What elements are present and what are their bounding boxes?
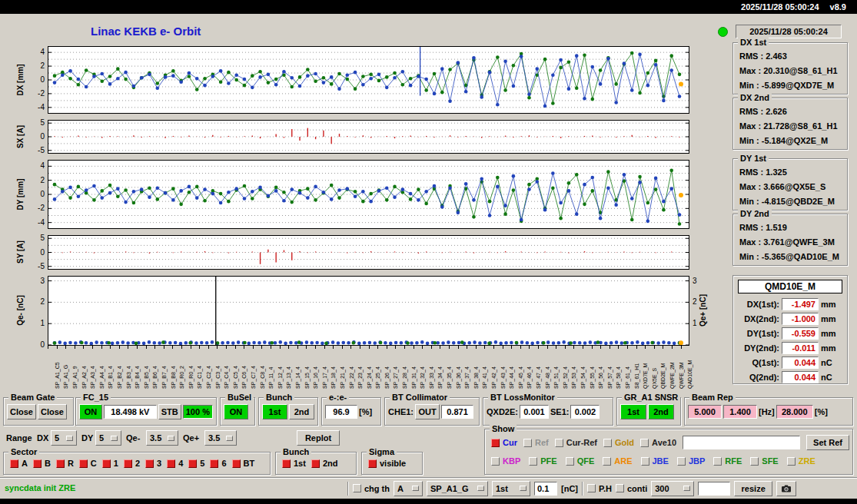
ph-checkbox[interactable]: P.H [587, 484, 612, 493]
fc15-stb-button[interactable]: STB [158, 404, 181, 419]
bunch-2nd-button[interactable]: 2nd [289, 404, 314, 419]
camera-button[interactable] [776, 481, 796, 496]
show-checkbox-cur[interactable]: Cur [491, 438, 517, 447]
sector-checkbox-6[interactable]: 6 [210, 459, 226, 468]
show-group: Show CurRefCur-RefGoldAve10 Set Ref KBPP… [484, 429, 853, 475]
checkbox-indicator [587, 484, 596, 492]
show-checkbox-cur-ref[interactable]: Cur-Ref [555, 438, 597, 447]
show-checkbox-ave10[interactable]: Ave10 [640, 438, 676, 447]
monitor-row-value: -0.011 [782, 342, 819, 354]
show-checkbox-jbe[interactable]: JBE [641, 456, 669, 466]
bunch-1st-button[interactable]: 1st [262, 404, 287, 419]
bpm-x-label: SP_C2_4 [206, 366, 211, 389]
range-qep-select[interactable]: 3.5 [204, 430, 237, 446]
bpm-x-label: SP_B2_4 [117, 366, 122, 389]
busel-group: BuSel ON [220, 397, 255, 426]
plot-dx[interactable] [48, 46, 689, 114]
busel-on-button[interactable]: ON [224, 404, 248, 419]
show-checkbox-gold[interactable]: Gold [603, 438, 634, 447]
sector-checkbox-a[interactable]: A [10, 459, 28, 468]
sector-checkbox-b[interactable]: B [33, 459, 51, 468]
che1-readout: 0.871 [441, 405, 473, 419]
conti-checkbox[interactable]: conti [616, 484, 647, 493]
sector-checkbox-3[interactable]: 3 [145, 459, 161, 468]
resize-button[interactable]: resize [734, 481, 772, 496]
plot-sy[interactable] [48, 235, 689, 270]
replot-button[interactable]: Replot [297, 430, 340, 446]
range-qem-select[interactable]: 3.5 [146, 430, 178, 446]
q-axis-tick: 0 [28, 341, 45, 349]
sector-checkbox-1[interactable]: 1 [102, 459, 118, 468]
bpm-x-label: SP_R0_4 [188, 366, 194, 389]
monitor-row: DY(2nd):-0.011mm [735, 340, 845, 355]
bpm-x-label: SP_61_4 [625, 366, 630, 389]
monitor-readouts: DX(1st):-1.497mmDX(2nd):-1.000mmDY(1st):… [735, 297, 845, 382]
bpm-x-label: SP_54_4 [580, 366, 586, 389]
busel-group-label: BuSel [225, 393, 254, 402]
checkbox-label: RFE [725, 456, 742, 466]
bpm-x-label: SP_44_4 [509, 366, 514, 389]
bpm-x-label: QXD7E_M [643, 363, 648, 389]
monitor-title[interactable]: QMD10E_M [738, 280, 842, 293]
bpm-x-label: SP_R0_2 [179, 366, 184, 389]
gr-snsr-1st-button[interactable]: 1st [620, 404, 646, 419]
plot-q[interactable] [48, 276, 689, 346]
bunch-checkbox-2nd[interactable]: 2nd [311, 459, 338, 468]
che1-out-button[interactable]: OUT [415, 404, 440, 419]
extra-input[interactable] [698, 482, 730, 496]
show-checkbox-kbp[interactable]: KBP [491, 456, 520, 466]
gr-snsr-2nd-button[interactable]: 2nd [648, 404, 674, 419]
bunch-order-select[interactable]: 1st [492, 481, 530, 496]
range-dy-select[interactable]: 5 [95, 430, 121, 446]
sector-checkbox-c[interactable]: C [79, 459, 97, 468]
chg-th-checkbox[interactable]: chg th [353, 484, 390, 493]
kekb-orbit-window: 2025/11/28 05:00:24 v8.9 Linac KEKB e- O… [0, 0, 857, 504]
interval-select[interactable]: 300 [651, 481, 694, 496]
show-checkbox-rfe[interactable]: RFE [713, 456, 742, 466]
bunch-checkbox-1st[interactable]: 1st [282, 459, 306, 468]
interval-value: 300 [655, 484, 669, 493]
sector-checkbox-2[interactable]: 2 [124, 459, 140, 468]
sector-checkbox-bt[interactable]: BT [232, 459, 255, 468]
threshold-input[interactable] [534, 482, 557, 496]
show-checkbox-pfe[interactable]: PFE [529, 456, 556, 466]
stats-group-title: DY 2nd [738, 209, 772, 218]
show-row-2: KBPPFEQFEAREJBEJBPRFESFEZRE [491, 456, 849, 466]
threshold-unit: [nC] [561, 484, 578, 493]
range-dx-select[interactable]: 5 [51, 430, 77, 446]
show-checkbox-zre[interactable]: ZRE [787, 456, 815, 466]
show-checkbox-are[interactable]: ARE [603, 456, 632, 466]
beam-gate-close-button-2[interactable]: Close [38, 404, 67, 419]
show-checkbox-sfe[interactable]: SFE [750, 456, 778, 466]
bpm-select[interactable]: SP_A1_G [427, 481, 488, 496]
window-titlebar: 2025/11/28 05:00:24 v8.9 [0, 0, 857, 14]
show-checkbox-jbp[interactable]: JBP [677, 456, 705, 466]
divider [582, 482, 583, 496]
status-bar-controls: chg th A SP_A1_G 1st [nC] P.H conti [347, 478, 854, 499]
plot-sx[interactable] [48, 120, 689, 154]
set-ref-button[interactable]: Set Ref [806, 435, 849, 450]
sector-checkbox-5[interactable]: 5 [188, 459, 204, 468]
optionmenu-indicator-icon [226, 436, 233, 441]
gr-snsr-group-label: GR_A1 SNSR [622, 393, 680, 402]
stat-max: Max : 3.666@QX5E_S [733, 180, 847, 194]
show-checkbox-ref[interactable]: Ref [523, 438, 549, 447]
sector-checkbox-4[interactable]: 4 [167, 459, 183, 468]
bpm-x-label: SP_11_4 [268, 367, 274, 389]
bpm-x-label: SP_21_4 [340, 366, 345, 389]
show-checkbox-qfe[interactable]: QFE [566, 456, 595, 466]
stats-group-title: DY 1st [738, 154, 769, 163]
sigma-visible-checkbox[interactable]: visible [368, 459, 406, 468]
ref-file-input[interactable] [683, 436, 800, 449]
sector-select[interactable]: A [394, 481, 423, 496]
checkbox-label: 2nd [323, 459, 338, 468]
bpm-x-label: SP_58_4 [616, 366, 621, 389]
fc15-on-button[interactable]: ON [79, 404, 102, 419]
checkbox-indicator [210, 459, 218, 468]
bpm-x-label: SP_C8_4 [260, 366, 265, 389]
monitor-row-unit: mm [821, 329, 836, 338]
stat-min: Min : -5.184@QX2E_M [733, 134, 847, 148]
plot-dy[interactable] [48, 160, 689, 229]
beam-gate-close-button-1[interactable]: Close [7, 404, 36, 419]
sector-checkbox-r[interactable]: R [56, 459, 74, 468]
